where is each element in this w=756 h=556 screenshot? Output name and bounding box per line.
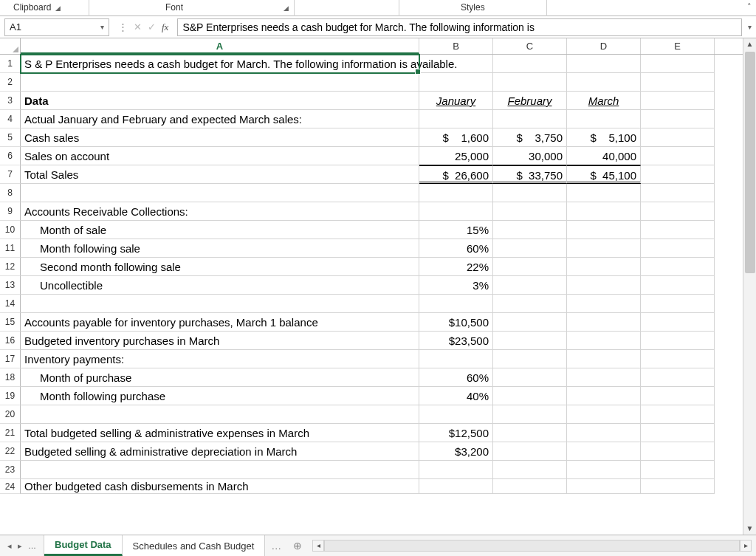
- cell[interactable]: [641, 55, 715, 73]
- cell[interactable]: [567, 55, 641, 73]
- cell[interactable]: [641, 313, 715, 332]
- cell[interactable]: Other budgeted cash disbursements in Mar…: [21, 479, 419, 494]
- cell[interactable]: Second month following sale: [21, 258, 419, 276]
- cell[interactable]: [493, 239, 567, 258]
- col-header-C[interactable]: C: [493, 38, 567, 54]
- sheet-tab-budget-data[interactable]: Budget Data: [44, 535, 123, 556]
- horizontal-scrollbar[interactable]: ◂ ▸: [312, 538, 752, 553]
- more-icon[interactable]: ⋮: [118, 21, 128, 32]
- row-header[interactable]: 18: [0, 368, 21, 387]
- cell[interactable]: [641, 405, 715, 424]
- cell[interactable]: [419, 73, 493, 92]
- row-header[interactable]: 12: [0, 258, 21, 276]
- cell[interactable]: [567, 258, 641, 276]
- fx-icon[interactable]: fx: [162, 21, 168, 33]
- cell[interactable]: [567, 184, 641, 202]
- cell[interactable]: [419, 461, 493, 479]
- row-header[interactable]: 23: [0, 461, 21, 479]
- cell[interactable]: [641, 258, 715, 276]
- cell[interactable]: [493, 442, 567, 461]
- cell[interactable]: $ 3,750: [493, 128, 567, 147]
- row-header[interactable]: 22: [0, 442, 21, 461]
- cell[interactable]: March: [567, 92, 641, 110]
- cell[interactable]: 15%: [419, 221, 493, 239]
- cell[interactable]: [21, 295, 419, 313]
- cell[interactable]: [567, 442, 641, 461]
- cell[interactable]: [641, 442, 715, 461]
- cell[interactable]: [419, 350, 493, 368]
- cell[interactable]: Actual January and February and expected…: [21, 110, 419, 128]
- cell[interactable]: [419, 295, 493, 313]
- cancel-icon[interactable]: ✕: [134, 21, 142, 32]
- cell[interactable]: Budgeted selling & administrative deprec…: [21, 442, 419, 461]
- cell[interactable]: [493, 258, 567, 276]
- cell[interactable]: [493, 202, 567, 221]
- row-header[interactable]: 20: [0, 405, 21, 424]
- cell[interactable]: [567, 202, 641, 221]
- cell[interactable]: [641, 387, 715, 405]
- cell[interactable]: February: [493, 92, 567, 110]
- cell[interactable]: January: [419, 92, 493, 110]
- cell[interactable]: [493, 184, 567, 202]
- cell[interactable]: 30,000: [493, 147, 567, 165]
- cell[interactable]: [493, 405, 567, 424]
- cell[interactable]: [641, 332, 715, 350]
- cell[interactable]: [419, 479, 493, 494]
- cell[interactable]: [641, 128, 715, 147]
- cell[interactable]: [493, 387, 567, 405]
- cell[interactable]: Month following sale: [21, 239, 419, 258]
- cell[interactable]: $23,500: [419, 332, 493, 350]
- row-header[interactable]: 15: [0, 313, 21, 332]
- dialog-launcher-icon[interactable]: ◢: [55, 4, 61, 12]
- cell[interactable]: [567, 479, 641, 494]
- cell[interactable]: [641, 147, 715, 165]
- name-box[interactable]: A1 ▾: [4, 18, 109, 36]
- cell[interactable]: [567, 295, 641, 313]
- cell[interactable]: [567, 350, 641, 368]
- cell[interactable]: [493, 368, 567, 387]
- cell[interactable]: $12,500: [419, 424, 493, 442]
- cell[interactable]: [493, 221, 567, 239]
- cell[interactable]: 25,000: [419, 147, 493, 165]
- cell[interactable]: [641, 461, 715, 479]
- cell[interactable]: [493, 276, 567, 295]
- cell[interactable]: [567, 332, 641, 350]
- row-header[interactable]: 10: [0, 221, 21, 239]
- cell[interactable]: Inventory payments:: [21, 350, 419, 368]
- tab-nav-first-icon[interactable]: ◂: [7, 541, 12, 551]
- cell[interactable]: [21, 405, 419, 424]
- cell[interactable]: $10,500: [419, 313, 493, 332]
- row-header[interactable]: 2: [0, 73, 21, 92]
- cell[interactable]: Total budgeted selling & administrative …: [21, 424, 419, 442]
- cell[interactable]: [641, 276, 715, 295]
- cell[interactable]: [641, 424, 715, 442]
- row-header[interactable]: 5: [0, 128, 21, 147]
- row-header[interactable]: 8: [0, 184, 21, 202]
- cell[interactable]: [641, 110, 715, 128]
- cell[interactable]: [21, 461, 419, 479]
- row-header[interactable]: 13: [0, 276, 21, 295]
- spreadsheet-grid[interactable]: A B C D E 1 S & P Enterprises needs a ca…: [0, 38, 756, 535]
- row-header[interactable]: 9: [0, 202, 21, 221]
- cell[interactable]: 60%: [419, 368, 493, 387]
- cell[interactable]: 40%: [419, 387, 493, 405]
- collapse-ribbon-icon[interactable]: ˄: [747, 2, 752, 12]
- cell[interactable]: Month following purchase: [21, 387, 419, 405]
- row-header[interactable]: 21: [0, 424, 21, 442]
- vertical-scrollbar[interactable]: ▲ ▼: [743, 38, 756, 535]
- row-header[interactable]: 1: [0, 55, 21, 73]
- cell[interactable]: [567, 239, 641, 258]
- cell[interactable]: [641, 295, 715, 313]
- cell[interactable]: 40,000: [567, 147, 641, 165]
- row-header[interactable]: 3: [0, 92, 21, 110]
- row-header[interactable]: 14: [0, 295, 21, 313]
- cell[interactable]: [641, 73, 715, 92]
- cell[interactable]: Month of sale: [21, 221, 419, 239]
- cell[interactable]: Month of purchase: [21, 368, 419, 387]
- col-header-E[interactable]: E: [641, 38, 715, 54]
- cell[interactable]: 3%: [419, 276, 493, 295]
- cell[interactable]: [493, 479, 567, 494]
- enter-icon[interactable]: ✓: [148, 21, 156, 32]
- cell[interactable]: [493, 461, 567, 479]
- cell[interactable]: Sales on account: [21, 147, 419, 165]
